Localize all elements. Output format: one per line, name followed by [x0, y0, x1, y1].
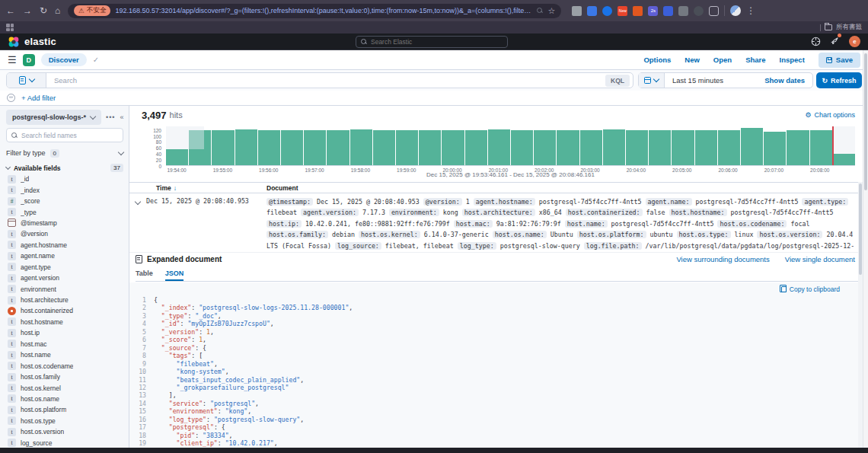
- home-icon[interactable]: ⌂: [55, 6, 60, 15]
- field-list-item[interactable]: tlog_source: [0, 438, 129, 448]
- field-list-item[interactable]: #_score: [0, 196, 129, 206]
- doc-field-badge[interactable]: environment:: [389, 209, 439, 216]
- doc-field-badge[interactable]: host.os.version:: [757, 231, 822, 238]
- field-list-item[interactable]: thost.hostname: [0, 317, 129, 327]
- extension-icon[interactable]: [572, 6, 582, 16]
- field-list-item[interactable]: t@version: [0, 228, 129, 239]
- share-button[interactable]: Share: [745, 56, 765, 64]
- histogram-bar[interactable]: [787, 130, 809, 165]
- field-list-item[interactable]: thost.ip: [0, 327, 129, 338]
- field-list-item[interactable]: thost.os.platform: [0, 404, 129, 415]
- save-button[interactable]: Save: [819, 53, 860, 68]
- extensions-puzzle-icon[interactable]: [709, 6, 719, 16]
- json-code-block[interactable]: 1{2 "_index": "postgresql-slow-logs-2025…: [134, 296, 847, 448]
- date-quick-menu-button[interactable]: [639, 73, 665, 88]
- chart-options-button[interactable]: ⚙ Chart options: [805, 111, 855, 119]
- doc-field-badge[interactable]: host.architecture:: [462, 209, 535, 216]
- field-list-item[interactable]: @timestamp: [0, 218, 129, 228]
- field-list-item[interactable]: tagent.hostname: [0, 240, 129, 250]
- field-list-item[interactable]: thost.mac: [0, 339, 129, 349]
- new-button[interactable]: New: [685, 56, 700, 64]
- field-list-item[interactable]: tagent.version: [0, 273, 129, 283]
- field-list-item[interactable]: t_id: [0, 174, 129, 184]
- url-text[interactable]: 192.168.50.57:32014/app/discover#/?_g=(f…: [115, 7, 532, 14]
- doc-field-badge[interactable]: host.containerized:: [566, 209, 643, 216]
- reload-icon[interactable]: ↻: [40, 6, 47, 15]
- doc-field-badge[interactable]: log_type:: [458, 242, 496, 250]
- filter-options-icon[interactable]: [7, 94, 15, 102]
- histogram-bar[interactable]: [212, 130, 234, 165]
- page-scrollbar[interactable]: [863, 50, 868, 448]
- histogram-bar[interactable]: [833, 154, 855, 165]
- breadcrumb[interactable]: Discover: [41, 53, 87, 66]
- extension-icon[interactable]: [694, 6, 704, 16]
- doc-field-badge[interactable]: @version:: [423, 198, 462, 206]
- field-list-item[interactable]: tagent.name: [0, 250, 129, 261]
- show-dates-button[interactable]: Show dates: [764, 76, 812, 85]
- help-icon[interactable]: [811, 37, 821, 46]
- forward-icon[interactable]: →: [23, 6, 32, 15]
- histogram-bar[interactable]: [465, 130, 487, 165]
- doc-field-badge[interactable]: host.os.codename:: [717, 220, 787, 228]
- expand-row-icon[interactable]: [135, 199, 141, 205]
- field-list-item[interactable]: host.containerized: [0, 305, 129, 316]
- doc-field-badge[interactable]: host.os.name:: [493, 231, 547, 238]
- doc-field-badge[interactable]: agent.type:: [802, 198, 848, 206]
- address-bar[interactable]: ⚠不安全 192.168.50.57:32014/app/discover#/?…: [68, 4, 561, 18]
- open-button[interactable]: Open: [713, 56, 732, 64]
- histogram-bar[interactable]: [488, 129, 510, 165]
- extension-icon[interactable]: 2s: [648, 6, 658, 16]
- tab-json[interactable]: JSON: [165, 270, 184, 281]
- doc-field-badge[interactable]: agent.name:: [646, 198, 692, 206]
- all-bookmarks[interactable]: 所有書籤: [820, 23, 862, 32]
- global-search-input[interactable]: [371, 38, 503, 46]
- copy-to-clipboard-button[interactable]: Copy to clipboard: [781, 286, 840, 293]
- security-badge[interactable]: ⚠不安全: [74, 5, 110, 16]
- nav-menu-icon[interactable]: ☰: [8, 54, 17, 65]
- time-range-value[interactable]: Last 15 minutes: [665, 76, 764, 85]
- histogram-bar[interactable]: [649, 130, 671, 165]
- field-list-item[interactable]: thost.architecture: [0, 295, 129, 305]
- tab-groups-icon[interactable]: [6, 24, 14, 31]
- sort-down-icon[interactable]: ↓: [174, 184, 177, 192]
- histogram-bar[interactable]: [304, 130, 326, 165]
- field-list-item[interactable]: thost.os.name: [0, 394, 129, 404]
- histogram-bar[interactable]: [534, 130, 556, 165]
- doc-field-badge[interactable]: host.mac:: [454, 220, 493, 228]
- histogram-bar[interactable]: [281, 130, 303, 165]
- doc-field-badge[interactable]: host.hostname:: [669, 209, 727, 216]
- histogram-bar[interactable]: [764, 132, 786, 165]
- histogram-bar[interactable]: [672, 130, 694, 165]
- saved-query-menu-button[interactable]: [7, 73, 46, 88]
- field-list-item[interactable]: thost.os.kernel: [0, 382, 129, 393]
- global-search[interactable]: [356, 36, 508, 48]
- extension-icon[interactable]: [602, 6, 612, 16]
- space-badge[interactable]: D: [23, 54, 35, 66]
- table-row[interactable]: Dec 15, 2025 @ 20:08:40.953 @timestamp: …: [129, 193, 858, 253]
- histogram-bar[interactable]: [603, 129, 625, 165]
- histogram-bar[interactable]: [741, 128, 763, 165]
- user-avatar[interactable]: e: [849, 36, 860, 47]
- histogram-bar[interactable]: [557, 130, 579, 165]
- doc-field-badge[interactable]: agent.hostname:: [474, 198, 535, 206]
- field-list-item[interactable]: thost.os.codename: [0, 360, 129, 371]
- brand-name[interactable]: elastic: [24, 36, 56, 47]
- field-list-item[interactable]: thost.os.version: [0, 426, 129, 437]
- field-list-item[interactable]: tenvironment: [0, 283, 129, 294]
- histogram-bar[interactable]: [810, 130, 832, 165]
- doc-field-badge[interactable]: host.os.type:: [677, 231, 731, 238]
- field-list-item[interactable]: t_index: [0, 184, 129, 195]
- histogram-bar[interactable]: [695, 130, 717, 165]
- field-list-item[interactable]: tagent.type: [0, 262, 129, 273]
- browser-profile-avatar[interactable]: [730, 5, 741, 16]
- doc-field-badge[interactable]: host.name:: [565, 220, 608, 228]
- field-list-item[interactable]: thost.os.type: [0, 416, 129, 426]
- extension-icon[interactable]: [587, 6, 597, 16]
- histogram-bar[interactable]: [373, 130, 395, 165]
- field-list-item[interactable]: thost.name: [0, 349, 129, 360]
- notifications-icon[interactable]: [830, 35, 840, 49]
- filter-by-type[interactable]: Filter by type 0: [6, 146, 123, 160]
- field-list-item[interactable]: thost.os.family: [0, 372, 129, 382]
- histogram-bar[interactable]: [166, 149, 188, 165]
- histogram-bar[interactable]: [327, 130, 349, 165]
